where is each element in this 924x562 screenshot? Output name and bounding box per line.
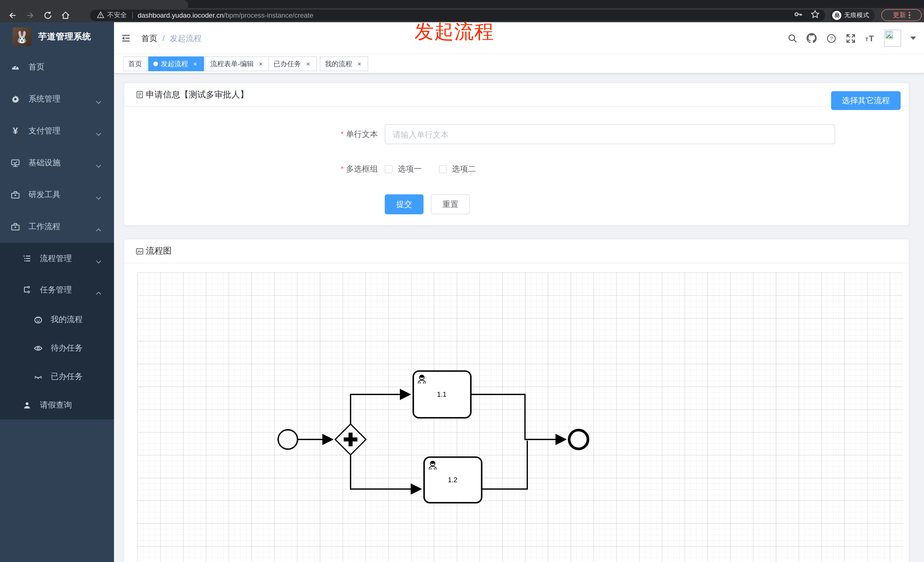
eye-open-icon [34,344,43,353]
sidebar-item-label: 流程管理 [40,253,72,264]
tag-form-edit[interactable]: 流程表单-编辑 × [205,57,270,71]
browser-menu-icon[interactable] [909,12,910,18]
bookmark-star-icon[interactable] [811,9,820,21]
sidebar-item-leave-query[interactable]: 请假查询 [0,391,114,420]
sidebar-item-system[interactable]: 系统管理 [0,83,114,115]
diagram-title: 流程图 [146,246,172,256]
sidebar-item-label: 基础设施 [28,158,60,168]
main-content: 申请信息【测试多审批人】 选择其它流程 单行文本 多选框组 选项一 选项二 提交… [114,73,924,562]
sidebar-item-label: 请假查询 [40,400,72,411]
not-secure-label: 不安全 [107,11,127,19]
url-path: /bpm/process-instance/create [224,11,314,19]
flow-branch-icon [22,286,32,294]
bpmn-parallel-gateway[interactable] [335,424,366,455]
chevron-down-icon [96,97,102,106]
browser-active-tab[interactable] [0,0,188,9]
tag-label: 已办任务 [274,59,301,69]
toolbox-icon [11,190,20,199]
process-diagram-card: 流程图 [124,239,909,562]
close-icon[interactable]: × [356,60,363,67]
github-icon[interactable] [807,33,817,43]
fullscreen-icon[interactable] [845,33,856,43]
home-icon[interactable] [60,10,70,20]
apply-info-title: 申请信息【测试多审批人】 [146,89,249,100]
checkbox-icon[interactable] [439,165,447,173]
checkbox-icon[interactable] [385,165,393,173]
tag-done-tasks[interactable]: 已办任务 × [268,57,317,71]
sidebar-item-my-process[interactable]: 我的流程 [0,306,114,334]
svg-text:?: ? [830,35,833,41]
submit-button[interactable]: 提交 [385,194,423,214]
sidebar-item-infrastructure[interactable]: 基础设施 [0,147,114,179]
chevron-up-icon [96,288,102,297]
sidebar-item-task-mgmt[interactable]: 任务管理 [0,274,114,306]
help-icon[interactable]: ? [826,33,836,43]
sidebar-item-done-tasks[interactable]: 已办任务 [0,363,114,391]
bpmn-user-task-1-1[interactable]: 1.1 [413,371,471,418]
browser-update-button[interactable]: 更新 [881,9,922,21]
task-label: 1.2 [448,476,457,484]
text-field-label: 单行文本 [258,129,378,139]
single-line-text-input[interactable] [385,124,835,144]
svg-text:T: T [865,37,868,42]
avatar-dropdown-caret[interactable] [910,36,916,40]
sidebar-item-home[interactable]: 首页 [0,51,114,83]
tag-home[interactable]: 首页 [123,57,147,71]
sidebar-item-process-mgmt[interactable]: 流程管理 [0,243,114,274]
bpmn-start-event[interactable] [278,430,297,449]
checkbox-label: 选项二 [452,164,476,174]
avatar[interactable] [884,30,901,47]
tag-label: 流程表单-编辑 [210,59,254,69]
sidebar-item-label: 支付管理 [28,126,60,136]
bpmn-end-event[interactable] [569,430,588,449]
apply-info-card: 申请信息【测试多审批人】 选择其它流程 单行文本 多选框组 选项一 选项二 提交… [124,82,909,226]
url-host: dashboard.yudao.iocoder.cn [138,11,224,19]
monitor-check-icon [11,159,20,168]
face-icon [34,315,43,324]
sidebar-item-todo-tasks[interactable]: 待办任务 [0,334,114,363]
tag-create-process[interactable]: 发起流程 × [148,57,204,71]
tag-label: 我的流程 [325,59,352,69]
sidebar-item-label: 首页 [28,62,45,72]
apply-info-card-header: 申请信息【测试多审批人】 [124,83,909,106]
tags-view-bar: 首页 发起流程 × 流程表单-编辑 × 已办任务 × 我的流程 × [114,54,924,73]
key-icon[interactable] [794,9,802,21]
breadcrumb-current: 发起流程 [170,34,202,44]
sidebar-item-label: 工作流程 [28,222,60,232]
chevron-down-icon [96,256,102,265]
sidebar-item-label: 我的流程 [51,315,82,325]
breadcrumb-home[interactable]: 首页 [141,34,158,44]
app-logo-row: 🐰 芋道管理系统 [0,22,114,51]
sidebar-item-label: 任务管理 [40,285,72,295]
select-other-process-button[interactable]: 选择其它流程 [831,91,901,110]
checkbox-group-label: 多选框组 [258,164,378,174]
reset-button[interactable]: 重置 [431,194,470,214]
app-header: 首页 / 发起流程 ? TT [114,22,924,54]
checkbox-option-2[interactable]: 选项二 [439,164,476,174]
tag-label: 首页 [128,59,142,69]
not-secure-warning-icon[interactable] [97,10,104,20]
bpmn-user-task-1-2[interactable]: 1.2 [424,457,482,503]
chevron-down-icon [96,161,102,170]
tag-my-process[interactable]: 我的流程 × [320,57,368,71]
sidebar-item-dev-tools[interactable]: 研发工具 [0,179,114,211]
forward-icon[interactable] [25,10,35,20]
sidebar-item-workflow[interactable]: 工作流程 [0,211,114,243]
close-icon[interactable]: × [257,60,264,67]
chevron-down-icon [96,193,102,202]
close-icon[interactable]: × [192,60,199,67]
back-icon[interactable] [8,10,18,20]
reload-icon[interactable] [43,10,53,20]
sidebar-item-payment[interactable]: ¥ 支付管理 [0,115,114,147]
font-size-icon[interactable]: TT [865,33,875,43]
eye-closed-icon [34,372,43,381]
close-icon[interactable]: × [304,60,312,67]
sidebar-item-label: 已办任务 [51,372,82,382]
breadcrumb-separator: / [162,34,165,44]
sidebar-collapse-icon[interactable] [121,33,131,43]
incognito-icon [832,10,842,19]
search-icon[interactable] [787,33,798,43]
yen-icon: ¥ [11,126,20,136]
checkbox-option-1[interactable]: 选项一 [385,164,422,174]
bpmn-canvas[interactable]: 1.1 1.2 [137,273,903,562]
